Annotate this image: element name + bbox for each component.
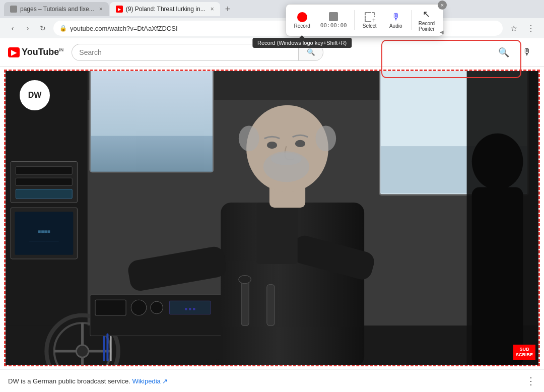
toolbar-divider-1	[354, 10, 355, 30]
record-label: Record	[294, 23, 310, 29]
tab-label-1: pages – Tutorials and fixe...	[20, 6, 94, 13]
svg-text:■■■■: ■■■■	[38, 229, 50, 234]
subscribe-badge[interactable]: SUB SCRIBE	[513, 345, 535, 360]
browser-chrome: pages – Tutorials and fixe... × ▶ (9) Po…	[0, 0, 544, 38]
tab-favicon-2: ▶	[116, 6, 123, 13]
svg-rect-52	[106, 333, 108, 361]
svg-text:─────────: ─────────	[29, 238, 59, 243]
video-player[interactable]: ■■■■ ─────────	[6, 71, 538, 365]
svg-point-46	[472, 134, 523, 190]
youtube-header-right: 🔍 🎙	[495, 43, 536, 61]
record-button[interactable]: Record Record (Windows logo key+Shift+R)	[290, 10, 314, 31]
youtube-logo-text: YouTubeIN	[22, 47, 63, 57]
svg-rect-47	[472, 187, 523, 365]
svg-text:■ ■ ■: ■ ■ ■	[184, 306, 195, 311]
wikipedia-link[interactable]: Wikipedia ↗	[132, 377, 168, 385]
recording-toolbar-close[interactable]: ×	[438, 1, 447, 10]
url-text: youtube.com/watch?v=DtAaXfZDCSI	[70, 25, 178, 32]
svg-point-49	[239, 275, 251, 283]
pointer-icon: ↖	[423, 9, 430, 20]
svg-point-28	[131, 300, 147, 315]
svg-rect-48	[241, 280, 249, 326]
boat-scene-svg: ■■■■ ─────────	[6, 71, 538, 365]
bookmark-icon[interactable]: ☆	[507, 21, 521, 35]
youtube-content: ■■■■ ─────────	[0, 67, 544, 392]
svg-point-42	[295, 140, 305, 147]
youtube-header: ▶ YouTubeIN 🔍 🔍 🎙	[0, 38, 544, 67]
select-icon: +	[365, 12, 375, 22]
address-bar: ‹ › ↻ 🔒 youtube.com/watch?v=DtAaXfZDCSI …	[0, 18, 544, 38]
tab-close-2[interactable]: ×	[211, 6, 214, 13]
youtube-search-bar: 🔍	[72, 44, 323, 61]
menu-icon[interactable]: ⋮	[524, 21, 538, 35]
select-label: Select	[363, 23, 377, 29]
youtube-logo-sup: IN	[59, 47, 63, 52]
youtube-logo[interactable]: ▶ YouTubeIN	[8, 47, 63, 57]
bottom-info-bar: DW is a German public broadcast service.…	[0, 369, 544, 392]
wikipedia-link-text: Wikipedia	[132, 377, 160, 385]
back-button[interactable]: ‹	[6, 22, 19, 35]
browser-toolbar-right: ☆ ⋮	[507, 21, 538, 35]
tab-favicon-1	[10, 6, 17, 13]
audio-icon: 🎙	[391, 12, 400, 22]
timer-display: 00:00:00	[320, 22, 347, 29]
forward-button[interactable]: ›	[21, 22, 34, 35]
tab-bar: pages – Tutorials and fixe... × ▶ (9) Po…	[0, 0, 544, 18]
record-icon	[297, 12, 307, 22]
dw-logo: DW	[20, 80, 50, 110]
browser-tab-1[interactable]: pages – Tutorials and fixe... ×	[4, 2, 109, 16]
external-link-icon: ↗	[162, 377, 168, 385]
search-icon-button[interactable]: 🔍	[495, 43, 513, 61]
new-tab-button[interactable]: +	[221, 4, 235, 15]
tab-label-2: (9) Poland: Threat lurking in...	[126, 6, 206, 13]
svg-rect-27	[95, 300, 126, 315]
audio-button[interactable]: 🎙 Audio	[384, 10, 408, 31]
svg-rect-6	[16, 178, 72, 185]
search-button[interactable]: 🔍	[298, 44, 323, 61]
stop-button[interactable]: 00:00:00	[316, 10, 351, 31]
tab-close-1[interactable]: ×	[99, 6, 103, 13]
bottom-info-text: DW is a German public broadcast service.…	[8, 377, 168, 385]
nav-buttons: ‹ › ↻	[6, 22, 49, 35]
browser-tab-2[interactable]: ▶ (9) Poland: Threat lurking in... ×	[110, 2, 220, 16]
svg-point-39	[239, 125, 259, 151]
svg-rect-36	[256, 203, 297, 264]
search-icon: 🔍	[307, 48, 315, 56]
svg-rect-53	[110, 336, 112, 361]
bottom-info-description: DW is a German public broadcast service.	[8, 377, 130, 385]
svg-point-41	[267, 142, 277, 149]
lock-icon: 🔒	[59, 25, 67, 32]
svg-rect-5	[16, 167, 72, 174]
youtube-page: ▶ YouTubeIN 🔍 🔍 🎙	[0, 38, 544, 392]
svg-rect-7	[16, 189, 72, 199]
svg-rect-14	[91, 136, 213, 172]
boat-background: ■■■■ ─────────	[6, 71, 538, 365]
record-pointer-button[interactable]: ↖ Record Pointer	[415, 7, 439, 34]
stop-icon	[329, 12, 338, 21]
svg-point-40	[315, 125, 336, 151]
video-wrapper: ■■■■ ─────────	[4, 70, 540, 366]
mic-icon-button[interactable]: 🎙	[518, 43, 536, 61]
more-options-icon[interactable]: ⋮	[526, 375, 536, 387]
svg-point-44	[271, 153, 302, 165]
record-pointer-label: Record Pointer	[419, 21, 435, 32]
youtube-logo-icon: ▶	[8, 47, 20, 57]
search-input[interactable]	[72, 44, 298, 61]
svg-rect-51	[103, 336, 105, 361]
svg-point-21	[76, 345, 88, 357]
audio-label: Audio	[389, 23, 402, 29]
toolbar-pin-icon[interactable]: ◀	[440, 29, 444, 35]
dw-logo-text: DW	[28, 91, 42, 100]
recording-toolbar: × Record Record (Windows logo key+Shift+…	[286, 4, 443, 36]
svg-rect-50	[267, 285, 275, 325]
svg-point-29	[151, 301, 163, 313]
refresh-button[interactable]: ↻	[36, 22, 49, 35]
toolbar-divider-2	[411, 10, 412, 30]
select-button[interactable]: + Select	[358, 10, 382, 31]
